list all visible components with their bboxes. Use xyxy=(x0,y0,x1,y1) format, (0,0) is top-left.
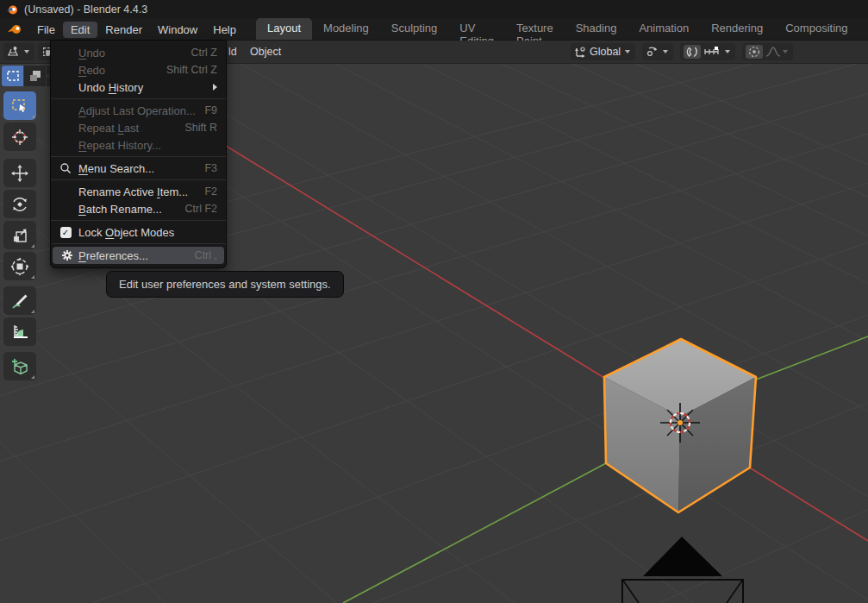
tool-transform-button[interactable] xyxy=(3,252,36,280)
magnet-icon xyxy=(686,46,698,58)
partial-menu-label[interactable]: ld xyxy=(228,46,237,58)
annotate-icon xyxy=(10,292,29,311)
tool-cursor-button[interactable] xyxy=(3,122,36,151)
menubar-item-window[interactable]: Window xyxy=(150,22,205,38)
menu-item-label: Undo History xyxy=(78,81,213,94)
menu-item-undo-history[interactable]: Undo History xyxy=(51,79,226,96)
workspace-tabs: LayoutModelingSculptingUV EditingTexture… xyxy=(256,19,868,40)
snap-target-button[interactable] xyxy=(703,46,721,58)
menu-item-label: Rename Active Item... xyxy=(78,185,204,198)
menu-item-label: Adjust Last Operation... xyxy=(78,104,204,117)
menu-item-repeat-history[interactable]: Repeat History... xyxy=(51,136,226,154)
tab-geometry-noc[interactable]: Geometry Noc xyxy=(859,18,868,40)
blender-app-icon xyxy=(6,3,18,16)
tool-annotate-button[interactable] xyxy=(3,286,36,315)
menu-item-rename-active-item[interactable]: Rename Active Item...F2 xyxy=(51,183,226,200)
orientation-axes-icon xyxy=(574,46,587,58)
menu-item-redo[interactable]: RedoShift Ctrl Z xyxy=(51,61,226,79)
move-icon xyxy=(10,164,29,183)
menu-item-label: Batch Rename... xyxy=(78,203,185,216)
menubar-item-file[interactable]: File xyxy=(29,22,63,38)
menu-separator xyxy=(51,220,226,221)
menu-item-undo[interactable]: UndoCtrl Z xyxy=(51,44,226,61)
snapping-controls xyxy=(680,43,735,60)
menu-item-preferences[interactable]: Preferences...Ctrl , xyxy=(53,247,224,264)
select-mode-extend-button[interactable] xyxy=(24,66,46,86)
chevron-down-icon xyxy=(625,50,630,53)
transform-icon xyxy=(10,257,29,276)
transform-orientation-dropdown[interactable]: Global xyxy=(571,43,635,60)
proportional-toggle-button[interactable] xyxy=(746,45,763,59)
proportional-editing-controls xyxy=(742,43,793,60)
expand-corner-icon xyxy=(31,244,34,248)
select-box-icon xyxy=(10,97,29,116)
search-icon xyxy=(58,160,73,177)
tool-select-box-button[interactable] xyxy=(3,91,36,120)
expand-corner-icon xyxy=(31,310,34,313)
tab-uv-editing[interactable]: UV Editing xyxy=(448,18,505,40)
menu-separator xyxy=(51,243,226,244)
chevron-down-icon xyxy=(24,50,29,53)
gear-icon xyxy=(59,247,75,264)
tab-compositing[interactable]: Compositing xyxy=(774,18,859,40)
menubar-item-edit[interactable]: Edit xyxy=(63,22,97,38)
topbar: FileEditRenderWindowHelp LayoutModelingS… xyxy=(0,19,868,41)
falloff-curve-icon xyxy=(765,46,781,58)
menu-item-label: Menu Search... xyxy=(78,162,204,175)
chevron-down-icon xyxy=(725,50,730,53)
object-menu[interactable]: Object xyxy=(250,46,281,58)
proportional-circle-icon xyxy=(748,46,760,58)
blender-logo-icon[interactable] xyxy=(0,23,29,35)
scale-icon xyxy=(10,226,29,245)
checkbox-checked-icon: ✓ xyxy=(58,223,73,241)
tool-add-cube-button[interactable] xyxy=(3,352,36,380)
tab-rendering[interactable]: Rendering xyxy=(700,18,774,40)
menu-item-shortcut: Ctrl Z xyxy=(190,47,217,59)
tool-rotate-button[interactable] xyxy=(3,190,36,218)
tab-sculpting[interactable]: Sculpting xyxy=(380,18,448,40)
menu-item-shortcut: Shift Ctrl Z xyxy=(166,64,217,76)
tool-scale-button[interactable] xyxy=(3,221,36,249)
menu-item-label: Repeat Last xyxy=(78,122,184,135)
menu-item-batch-rename[interactable]: Batch Rename...Ctrl F2 xyxy=(51,200,226,217)
tool-move-button[interactable] xyxy=(3,159,36,187)
menubar-item-help[interactable]: Help xyxy=(205,22,244,38)
select-mode-set-button[interactable] xyxy=(2,66,23,86)
tab-animation[interactable]: Animation xyxy=(628,18,700,40)
menu-item-label: Lock Object Modes xyxy=(78,226,217,239)
pivot-point-dropdown[interactable] xyxy=(642,43,673,60)
menu-item-lock-object-modes[interactable]: ✓Lock Object Modes xyxy=(51,223,226,241)
falloff-dropdown[interactable] xyxy=(765,46,790,58)
window-titlebar: (Unsaved) - Blender 4.4.3 xyxy=(0,0,868,19)
chevron-down-icon xyxy=(783,50,788,53)
rotate-icon xyxy=(10,195,29,214)
pivot-point-icon xyxy=(646,46,659,58)
tab-shading[interactable]: Shading xyxy=(565,18,628,40)
menu-item-shortcut: F3 xyxy=(204,162,217,174)
menubar: FileEditRenderWindowHelp xyxy=(29,22,244,38)
menu-item-repeat-last[interactable]: Repeat LastShift R xyxy=(51,119,226,136)
menu-item-label: Undo xyxy=(78,47,190,60)
window-title: (Unsaved) - Blender 4.4.3 xyxy=(24,3,147,16)
tab-texture-paint[interactable]: Texture Paint xyxy=(505,18,565,40)
expand-corner-icon xyxy=(31,275,34,279)
menu-item-label: Preferences... xyxy=(78,249,195,262)
menu-item-shortcut: F2 xyxy=(204,185,217,198)
menubar-item-render[interactable]: Render xyxy=(97,22,150,38)
tab-modeling[interactable]: Modeling xyxy=(312,18,380,40)
expand-corner-icon xyxy=(31,375,34,379)
tab-layout[interactable]: Layout xyxy=(256,18,312,40)
submenu-arrow-icon xyxy=(213,84,217,91)
menu-item-shortcut: Shift R xyxy=(184,122,217,134)
snap-increment-icon xyxy=(703,46,721,58)
menu-separator xyxy=(51,179,226,180)
editor-type-selector[interactable] xyxy=(3,43,34,60)
cursor-icon xyxy=(10,128,29,147)
menu-item-adjust-last-operation[interactable]: Adjust Last Operation...F9 xyxy=(51,102,226,119)
edit-menu-dropdown: UndoCtrl ZRedoShift Ctrl ZUndo HistoryAd… xyxy=(50,40,227,268)
menu-separator xyxy=(51,98,226,99)
snap-toggle-button[interactable] xyxy=(684,45,701,59)
tool-measure-button[interactable] xyxy=(3,317,36,346)
add-cube-icon xyxy=(10,357,29,376)
menu-item-menu-search[interactable]: Menu Search...F3 xyxy=(51,160,226,177)
